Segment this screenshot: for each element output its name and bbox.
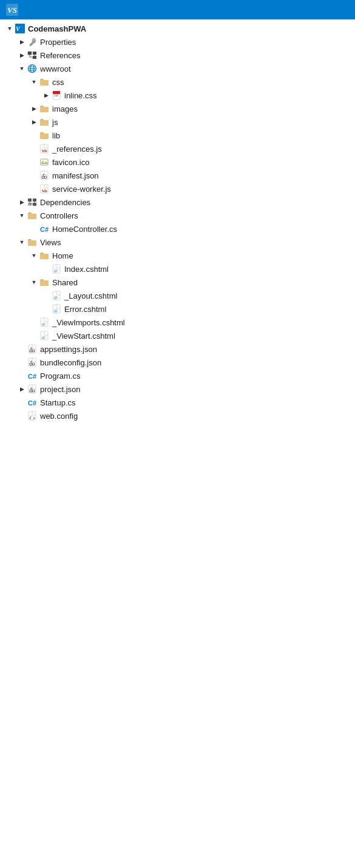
tree-item-favicon[interactable]: favicon.ico (0, 155, 355, 169)
tree-item-label-index-cshtml: Index.cshtml (64, 265, 109, 274)
collapse-icon[interactable]: ▼ (5, 24, 15, 33)
tree-item-wwwroot[interactable]: ▼ wwwroot (0, 62, 355, 75)
tree-item-label-home-folder: Home (52, 251, 73, 260)
tree-item-home-folder[interactable]: ▼ Home (0, 249, 355, 262)
tree-item-label-appsettings: appsettings.json (40, 345, 97, 354)
vs-icon-icon: V (15, 23, 25, 34)
svg-rect-7 (33, 52, 36, 55)
js-red-icon (39, 143, 50, 154)
tree-item-viewimports[interactable]: @ _ViewImports.cshtml (0, 316, 355, 329)
tree-item-controllers[interactable]: ▼ Controllers (0, 209, 355, 222)
tree-item-label-css: css (52, 78, 64, 87)
tree-item-label-service-worker: service-worker.js (52, 185, 111, 194)
tree-item-dependencies[interactable]: ▶ Dependencies (0, 195, 355, 209)
svg-rect-21 (41, 159, 48, 165)
js-gray-icon (27, 357, 38, 368)
folder-icon (39, 76, 50, 87)
tree-item-js[interactable]: ▶ js (0, 115, 355, 129)
tree-item-label-homecontroller: HomeController.cs (52, 225, 117, 234)
tree-item-label-layout-cshtml: _Layout.cshtml (64, 291, 117, 300)
folder-icon (27, 237, 38, 248)
razor-icon: @ (51, 263, 62, 274)
tree-item-label-startup: Startup.cs (40, 398, 76, 407)
tree-item-label-solution: CodemashPWA (28, 24, 86, 33)
expand-icon[interactable]: ▶ (29, 104, 39, 114)
tree-item-label-shared-folder: Shared (52, 278, 78, 287)
razor-icon: @ (51, 290, 62, 301)
tree-item-label-project-json: project.json (40, 385, 80, 394)
expand-icon[interactable]: ▶ (17, 384, 27, 394)
tree-item-viewstart[interactable]: @ _ViewStart.cshtml (0, 329, 355, 342)
tree-item-properties[interactable]: ▶ Properties (0, 35, 355, 49)
svg-point-4 (33, 39, 35, 41)
globe-icon (27, 63, 38, 74)
svg-rect-27 (28, 198, 32, 202)
tree-item-service-worker[interactable]: service-worker.js (0, 182, 355, 195)
expand-icon[interactable]: ▶ (17, 197, 27, 207)
dependencies-icon (27, 197, 38, 208)
tree-item-css[interactable]: ▼ css (0, 75, 355, 89)
tree-item-label-viewstart: _ViewStart.cshtml (52, 331, 115, 341)
razor-icon: @ (39, 330, 50, 341)
svg-rect-5 (28, 52, 32, 55)
tree-item-label-lib: lib (52, 131, 60, 140)
js-gray-icon (27, 344, 38, 354)
folder-icon (27, 210, 38, 221)
tree-item-label-error-cshtml: Error.cshtml (64, 305, 106, 314)
wrench-icon (27, 36, 38, 47)
css-file-icon: CSS (51, 90, 62, 101)
expand-icon[interactable]: ▶ (41, 90, 51, 100)
collapse-icon[interactable]: ▼ (17, 211, 27, 220)
tree-item-error-cshtml[interactable]: @ Error.cshtml (0, 302, 355, 316)
collapse-icon[interactable]: ▼ (17, 237, 27, 247)
tree-item-label-web-config: web.config (40, 412, 78, 421)
tree-item-startup[interactable]: C# Startup.cs (0, 396, 355, 409)
tree-item-appsettings[interactable]: appsettings.json (0, 342, 355, 356)
tree-item-label-manifest: manifest.json (52, 171, 99, 180)
collapse-icon[interactable]: ▼ (29, 251, 39, 260)
tree-item-program[interactable]: C# Program.cs (0, 369, 355, 382)
tree-item-label-views: Views (40, 238, 61, 247)
svg-text:@: @ (54, 268, 58, 273)
tree-item-references[interactable]: ▶ References (0, 49, 355, 62)
tree-item-solution[interactable]: ▼ V CodemashPWA (0, 22, 355, 35)
expand-icon[interactable]: ▶ (29, 117, 39, 127)
svg-text:@: @ (54, 295, 58, 300)
solution-explorer: ▼ V CodemashPWA▶ Properties▶ References▼ (0, 19, 355, 425)
collapse-icon[interactable]: ▼ (29, 77, 39, 87)
collapse-icon[interactable]: ▼ (29, 277, 39, 287)
tree-item-web-config[interactable]: web.config (0, 409, 355, 422)
tree-item-label-program: Program.cs (40, 371, 80, 381)
tree-item-bundleconfig[interactable]: bundleconfig.json (0, 356, 355, 369)
expand-icon[interactable]: ▶ (17, 50, 27, 60)
js-gray-icon (39, 170, 50, 181)
tree-item-references-js[interactable]: _references.js (0, 142, 355, 155)
tree-item-label-wwwroot: wwwroot (40, 64, 71, 73)
tree-item-views[interactable]: ▼ Views (0, 236, 355, 249)
expand-icon[interactable]: ▶ (17, 37, 27, 47)
svg-rect-33 (28, 203, 32, 206)
tree-item-project-json[interactable]: ▶ project.json (0, 382, 355, 396)
js-red-icon (39, 183, 50, 194)
tree-item-images[interactable]: ▶ images (0, 102, 355, 115)
svg-text:C#: C# (40, 226, 49, 233)
svg-text:@: @ (42, 335, 46, 340)
tree-item-inline-css[interactable]: ▶ CSS inline.css (0, 89, 355, 102)
vs-logo-icon: VS (6, 4, 18, 16)
tree-item-label-references-js: _references.js (52, 144, 102, 154)
folder-icon (39, 277, 50, 288)
svg-text:@: @ (54, 308, 58, 313)
tree-item-index-cshtml[interactable]: @ Index.cshtml (0, 262, 355, 276)
csharp-icon: C# (27, 397, 38, 408)
tree-item-manifest[interactable]: manifest.json (0, 169, 355, 182)
collapse-icon[interactable]: ▼ (17, 64, 27, 73)
tree-item-shared-folder[interactable]: ▼ Shared (0, 276, 355, 289)
tree-item-label-properties: Properties (40, 38, 76, 47)
tree-item-homecontroller[interactable]: C# HomeController.cs (0, 222, 355, 236)
webconfig-icon (27, 410, 38, 421)
tree-item-layout-cshtml[interactable]: @ _Layout.cshtml (0, 289, 355, 302)
svg-rect-28 (33, 198, 36, 202)
tree-item-lib[interactable]: lib (0, 129, 355, 142)
folder-icon (39, 117, 50, 127)
svg-point-22 (42, 161, 44, 163)
